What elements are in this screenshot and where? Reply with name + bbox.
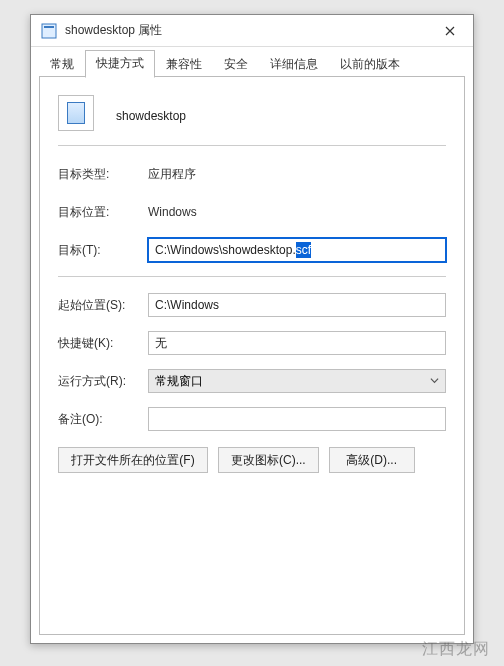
target-value-prefix: C:\Windows\showdesktop.	[155, 243, 296, 257]
tab-general[interactable]: 常规	[39, 51, 85, 78]
target-value-selection: scf	[296, 242, 311, 258]
properties-dialog: showdesktop 属性 常规 快捷方式 兼容性 安全 详细信息 以前的版本…	[30, 14, 474, 644]
target-type-value: 应用程序	[148, 166, 196, 183]
comment-label: 备注(O):	[58, 411, 148, 428]
close-icon	[445, 26, 455, 36]
advanced-button[interactable]: 高级(D)...	[329, 447, 415, 473]
tab-shortcut[interactable]: 快捷方式	[85, 50, 155, 78]
run-mode-value: 常规窗口	[155, 373, 203, 390]
file-header: showdesktop	[58, 95, 446, 131]
start-in-input[interactable]: C:\Windows	[148, 293, 446, 317]
app-icon	[41, 23, 57, 39]
row-comment: 备注(O):	[58, 407, 446, 431]
row-shortcut-key: 快捷键(K): 无	[58, 331, 446, 355]
target-input[interactable]: C:\Windows\showdesktop.scf	[148, 238, 446, 262]
change-icon-button[interactable]: 更改图标(C)...	[218, 447, 319, 473]
tab-compatibility[interactable]: 兼容性	[155, 51, 213, 78]
close-button[interactable]	[427, 15, 473, 47]
tab-security[interactable]: 安全	[213, 51, 259, 78]
separator	[58, 145, 446, 146]
open-file-location-button[interactable]: 打开文件所在的位置(F)	[58, 447, 208, 473]
start-in-value: C:\Windows	[155, 298, 219, 312]
target-location-value: Windows	[148, 205, 197, 219]
row-run-mode: 运行方式(R): 常规窗口	[58, 369, 446, 393]
row-start-in: 起始位置(S): C:\Windows	[58, 293, 446, 317]
target-type-label: 目标类型:	[58, 166, 148, 183]
run-mode-select[interactable]: 常规窗口	[148, 369, 446, 393]
target-label: 目标(T):	[58, 242, 148, 259]
row-target: 目标(T): C:\Windows\showdesktop.scf	[58, 238, 446, 262]
chevron-down-icon	[430, 374, 439, 388]
row-target-type: 目标类型: 应用程序	[58, 162, 446, 186]
separator	[58, 276, 446, 277]
file-icon	[58, 95, 94, 131]
target-location-label: 目标位置:	[58, 204, 148, 221]
shortcut-key-label: 快捷键(K):	[58, 335, 148, 352]
shortcut-key-value: 无	[155, 335, 167, 352]
tabstrip: 常规 快捷方式 兼容性 安全 详细信息 以前的版本	[31, 47, 473, 77]
window-title: showdesktop 属性	[65, 22, 427, 39]
file-name: showdesktop	[116, 103, 186, 123]
svg-rect-1	[44, 26, 54, 28]
run-mode-label: 运行方式(R):	[58, 373, 148, 390]
shortcut-panel: showdesktop 目标类型: 应用程序 目标位置: Windows 目标(…	[39, 77, 465, 635]
titlebar: showdesktop 属性	[31, 15, 473, 47]
button-row: 打开文件所在的位置(F) 更改图标(C)... 高级(D)...	[58, 447, 446, 473]
start-in-label: 起始位置(S):	[58, 297, 148, 314]
comment-input[interactable]	[148, 407, 446, 431]
tab-previous-versions[interactable]: 以前的版本	[329, 51, 411, 78]
shortcut-key-input[interactable]: 无	[148, 331, 446, 355]
row-target-location: 目标位置: Windows	[58, 200, 446, 224]
tab-details[interactable]: 详细信息	[259, 51, 329, 78]
